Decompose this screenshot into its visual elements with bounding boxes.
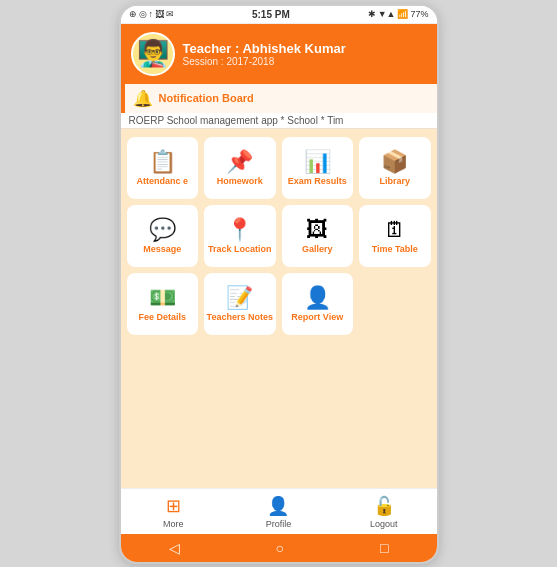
teachers-notes-icon: 📝	[226, 287, 253, 309]
status-time: 5:15 PM	[252, 9, 290, 20]
gallery-label: Gallery	[302, 244, 333, 255]
homework-label: Homework	[217, 176, 263, 187]
android-nav: ◁ ○ □	[121, 534, 437, 562]
track-location-icon: 📍	[226, 219, 253, 241]
menu-item-gallery[interactable]: 🖼 Gallery	[282, 205, 354, 267]
teachers-notes-label: Teachers Notes	[207, 312, 273, 323]
gallery-icon: 🖼	[306, 219, 328, 241]
phone-frame: ⊕◎↑🖼✉ 5:15 PM ✱▼▲📶77% 👨‍🏫 Teacher : Abhi…	[119, 4, 439, 564]
menu-item-homework[interactable]: 📌 Homework	[204, 137, 276, 199]
menu-item-track-location[interactable]: 📍 Track Location	[204, 205, 276, 267]
bottom-nav: ⊞ More 👤 Profile 🔓 Logout	[121, 488, 437, 534]
home-button[interactable]: ○	[276, 540, 284, 556]
notification-text: ROERP School management app * School * T…	[121, 113, 437, 129]
more-label: More	[163, 519, 184, 529]
notification-bar: 🔔 Notification Board	[121, 84, 437, 113]
menu-item-message[interactable]: 💬 Message	[127, 205, 199, 267]
track-location-label: Track Location	[208, 244, 272, 255]
report-view-icon: 👤	[304, 287, 331, 309]
teacher-name: Teacher : Abhishek Kumar	[183, 41, 346, 56]
nav-logout[interactable]: 🔓 Logout	[331, 494, 436, 530]
header: 👨‍🏫 Teacher : Abhishek Kumar Session : 2…	[121, 24, 437, 84]
message-label: Message	[143, 244, 181, 255]
logout-label: Logout	[370, 519, 398, 529]
library-icon: 📦	[381, 151, 408, 173]
menu-item-exam-results[interactable]: 📊 Exam Results	[282, 137, 354, 199]
more-icon: ⊞	[166, 495, 181, 517]
exam-results-icon: 📊	[304, 151, 331, 173]
exam-results-label: Exam Results	[288, 176, 347, 187]
fee-details-icon: 💵	[149, 287, 176, 309]
menu-item-report-view[interactable]: 👤 Report View	[282, 273, 354, 335]
profile-label: Profile	[266, 519, 292, 529]
menu-area: 📋 Attendanc e 📌 Homework 📊 Exam Results …	[121, 129, 437, 488]
menu-row-3: 💵 Fee Details 📝 Teachers Notes 👤 Report …	[127, 273, 431, 335]
logout-icon: 🔓	[373, 495, 395, 517]
attendance-icon: 📋	[149, 151, 176, 173]
notification-icon: 🔔	[133, 89, 153, 108]
menu-item-teachers-notes[interactable]: 📝 Teachers Notes	[204, 273, 276, 335]
status-left-icons: ⊕◎↑🖼✉	[129, 9, 175, 19]
fee-details-label: Fee Details	[138, 312, 186, 323]
homework-icon: 📌	[226, 151, 253, 173]
attendance-label: Attendanc e	[136, 176, 188, 187]
recents-button[interactable]: □	[380, 540, 388, 556]
status-right-icons: ✱▼▲📶77%	[368, 9, 429, 19]
menu-item-fee-details[interactable]: 💵 Fee Details	[127, 273, 199, 335]
back-button[interactable]: ◁	[169, 540, 180, 556]
message-icon: 💬	[149, 219, 176, 241]
status-bar: ⊕◎↑🖼✉ 5:15 PM ✱▼▲📶77%	[121, 6, 437, 24]
menu-row-1: 📋 Attendanc e 📌 Homework 📊 Exam Results …	[127, 137, 431, 199]
nav-more[interactable]: ⊞ More	[121, 494, 226, 530]
time-table-icon: 🗓	[384, 219, 406, 241]
menu-item-library[interactable]: 📦 Library	[359, 137, 431, 199]
session-label: Session : 2017-2018	[183, 56, 346, 67]
time-table-label: Time Table	[372, 244, 418, 255]
menu-item-time-table[interactable]: 🗓 Time Table	[359, 205, 431, 267]
notification-title: Notification Board	[159, 92, 254, 104]
header-info: Teacher : Abhishek Kumar Session : 2017-…	[183, 41, 346, 67]
profile-icon: 👤	[267, 495, 289, 517]
library-label: Library	[379, 176, 410, 187]
nav-profile[interactable]: 👤 Profile	[226, 494, 331, 530]
menu-item-empty	[359, 273, 431, 335]
menu-row-2: 💬 Message 📍 Track Location 🖼 Gallery 🗓 T…	[127, 205, 431, 267]
avatar: 👨‍🏫	[131, 32, 175, 76]
report-view-label: Report View	[291, 312, 343, 323]
menu-item-attendance[interactable]: 📋 Attendanc e	[127, 137, 199, 199]
